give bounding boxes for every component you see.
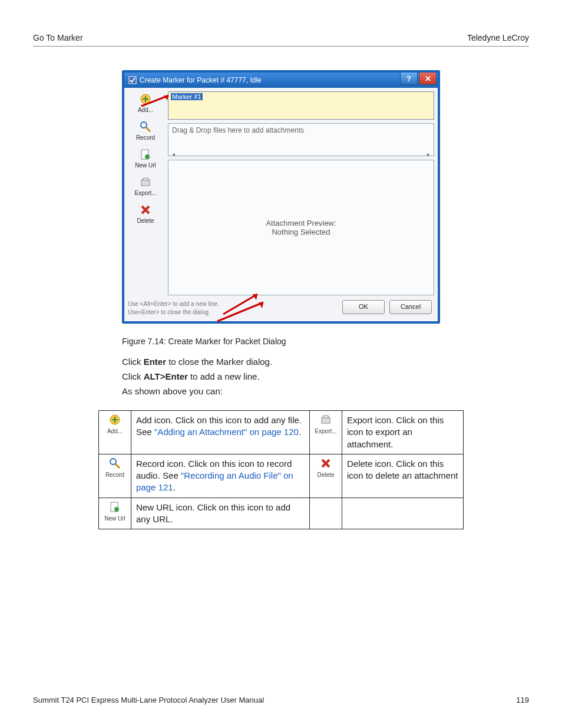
- instruction-alt-enter: Click ALT>Enter to add a new line.: [122, 371, 440, 381]
- dialog-title: Create Marker for Packet # 47777, Idle: [140, 76, 262, 84]
- add-icon-cell: Add...: [99, 411, 131, 454]
- record-icon: [108, 457, 121, 470]
- hint-alt-enter: Use <Alt+Enter> to add a new line.: [128, 300, 219, 308]
- table-row: New Url New URL icon. Click on this icon…: [99, 498, 464, 529]
- dropzone-scrollbar[interactable]: ◂▸: [172, 151, 430, 157]
- add-label: Add...: [138, 107, 153, 113]
- help-icon: ?: [406, 74, 411, 83]
- app-icon: [128, 75, 137, 85]
- preview-title: Attachment Preview:: [266, 219, 336, 228]
- delete-icon: [139, 203, 152, 216]
- figure-caption: Figure 7.14: Create Marker for Packet Di…: [122, 337, 440, 346]
- icon-table: Add... Add icon. Click on this icon to a…: [98, 410, 464, 529]
- export-icon-cell: Export...: [309, 411, 342, 454]
- instruction-enter: Click Enter to close the Marker dialog.: [122, 357, 440, 367]
- ok-button[interactable]: OK: [342, 300, 385, 314]
- attachment-dropzone[interactable]: Drag & Drop files here to add attachment…: [168, 123, 434, 156]
- svg-line-12: [115, 464, 120, 468]
- header-left: Go To Marker: [33, 33, 83, 42]
- footer-page-number: 119: [516, 696, 529, 704]
- export-icon: [139, 176, 152, 189]
- link-adding-attachment[interactable]: "Adding an Attachment" on page 120: [154, 427, 299, 437]
- header-right: Teledyne LeCroy: [467, 33, 529, 42]
- preview-sub: Nothing Selected: [272, 228, 330, 236]
- close-button[interactable]: ✕: [419, 73, 437, 85]
- svg-rect-10: [323, 416, 328, 418]
- new-url-button[interactable]: New Url: [135, 148, 156, 169]
- svg-rect-7: [143, 178, 148, 180]
- new-url-icon-desc: New URL icon. Click on this icon to add …: [131, 498, 310, 529]
- record-icon-desc: Record icon. Click on this icon to recor…: [131, 454, 310, 498]
- empty-cell: [342, 498, 463, 529]
- page-header: Go To Marker Teledyne LeCroy: [33, 33, 529, 47]
- instruction-as-shown: As shown above you can:: [122, 386, 440, 396]
- record-button[interactable]: Record: [136, 120, 155, 141]
- new-url-icon: [108, 500, 121, 513]
- dropzone-text: Drag & Drop files here to add attachment…: [172, 126, 304, 134]
- page-footer: Summit T24 PCI Express Multi-Lane Protoc…: [33, 696, 529, 704]
- svg-point-2: [141, 122, 147, 128]
- delete-icon-desc: Delete icon. Click on this icon to delet…: [342, 454, 463, 498]
- hint-enter: Use<Enter> to close the dialog.: [128, 308, 219, 317]
- export-icon-desc: Export icon. Click on this icon to expor…: [342, 411, 463, 454]
- add-icon: [139, 93, 152, 106]
- delete-icon-cell: Delete: [309, 454, 342, 498]
- record-label: Record: [136, 134, 155, 141]
- attachment-preview: Attachment Preview: Nothing Selected: [168, 160, 434, 295]
- new-url-label: New Url: [135, 162, 156, 169]
- footer-left: Summit T24 PCI Express Multi-Lane Protoc…: [33, 696, 264, 704]
- delete-icon: [319, 457, 332, 470]
- record-icon-cell: Record: [99, 454, 131, 498]
- export-label: Export...: [134, 190, 156, 196]
- help-button[interactable]: ?: [400, 73, 418, 85]
- svg-point-11: [110, 459, 116, 465]
- titlebar[interactable]: Create Marker for Packet # 47777, Idle ?…: [124, 73, 438, 88]
- add-button[interactable]: Add...: [138, 93, 153, 113]
- svg-point-5: [145, 154, 150, 159]
- table-row: Add... Add icon. Click on this icon to a…: [99, 411, 464, 454]
- delete-button[interactable]: Delete: [137, 203, 154, 224]
- record-icon: [139, 120, 152, 133]
- new-url-icon: [139, 148, 152, 161]
- add-icon: [108, 413, 121, 426]
- close-icon: ✕: [425, 74, 431, 83]
- export-icon: [319, 413, 332, 426]
- cancel-button[interactable]: Cancel: [389, 300, 432, 314]
- delete-label: Delete: [137, 218, 154, 224]
- marker-name-value: Marker #1: [171, 93, 203, 100]
- export-button[interactable]: Export...: [134, 176, 156, 196]
- svg-line-3: [146, 127, 150, 131]
- svg-point-14: [114, 507, 119, 512]
- new-url-icon-cell: New Url: [99, 498, 131, 529]
- create-marker-dialog: Create Marker for Packet # 47777, Idle ?…: [122, 70, 440, 324]
- marker-name-input[interactable]: Marker #1: [168, 91, 434, 120]
- table-row: Record Record icon. Click on this icon t…: [99, 454, 464, 498]
- add-icon-desc: Add icon. Click on this icon to add any …: [131, 411, 310, 454]
- empty-cell: [309, 498, 342, 529]
